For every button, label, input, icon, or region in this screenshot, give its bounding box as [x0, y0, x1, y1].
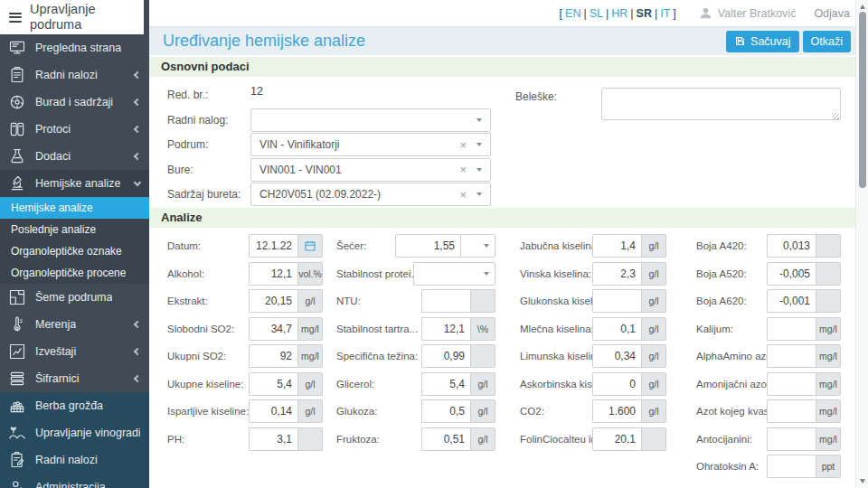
- alkohol-input[interactable]: [249, 262, 297, 286]
- calendar-icon[interactable]: [297, 234, 323, 258]
- radni-nalog-label: Radni nalog:: [167, 114, 250, 127]
- stabilnost-proteina-select[interactable]: [413, 262, 495, 286]
- scroll-up-arrow-icon[interactable]: [860, 5, 865, 9]
- beleske-textarea[interactable]: [601, 88, 841, 120]
- language-sr-active[interactable]: SR: [637, 7, 652, 20]
- sidebar-item-izvestaji[interactable]: Izveštaji: [0, 338, 149, 365]
- logout-link[interactable]: Odjava: [814, 7, 850, 20]
- clear-icon[interactable]: ×: [459, 164, 467, 175]
- jabucna-kiselina-input[interactable]: [592, 234, 641, 258]
- language-hr[interactable]: HR: [611, 7, 627, 20]
- glukoza-unit: g/l: [470, 399, 495, 423]
- sidebar-item-hemijske-analize[interactable]: Hemijske analize: [0, 170, 149, 197]
- cancel-button[interactable]: Otkaži: [803, 31, 851, 52]
- sidebar-item-burad-i-sadrzaji[interactable]: Burad i sadržaji: [0, 89, 149, 116]
- sidebar-item-administracija[interactable]: Administracija: [0, 474, 149, 488]
- isparljive-kiseline-label: Isparljive kiseline:: [167, 406, 249, 417]
- kalijum-input[interactable]: [767, 317, 816, 341]
- specificna-tezina-input[interactable]: [421, 344, 470, 368]
- alpha-amino-azot-input[interactable]: [767, 344, 816, 368]
- fruktoza-input[interactable]: [421, 427, 470, 451]
- amonijacni-azot-input[interactable]: [767, 372, 816, 396]
- slobodni-so2-input[interactable]: [249, 317, 297, 341]
- language-sl[interactable]: SL: [590, 7, 603, 20]
- language-separator: |: [606, 7, 609, 20]
- sidebar-item-dodaci[interactable]: Dodaci: [0, 143, 149, 170]
- clear-icon[interactable]: ×: [459, 139, 467, 151]
- hamburger-menu-icon[interactable]: [9, 10, 22, 24]
- ntu-input[interactable]: [421, 289, 470, 313]
- sidebar-item-merenja[interactable]: Merenja: [0, 311, 149, 338]
- vinska-kiselina-input[interactable]: [592, 262, 641, 286]
- scroll-down-arrow-icon[interactable]: [860, 479, 865, 483]
- boja-a620-input[interactable]: [767, 289, 816, 313]
- fruktoza-label: Fruktoza:: [336, 434, 421, 445]
- limunska-kiselina-input[interactable]: [592, 344, 641, 368]
- boja-a420-label: Boja A420:: [696, 240, 767, 251]
- isparljive-kiseline-input[interactable]: [249, 399, 297, 423]
- sidebar-item-protoci[interactable]: Protoci: [0, 116, 149, 143]
- podrum-select[interactable]: VIN - Vinifikatorji ×: [250, 133, 491, 156]
- ph-label: PH:: [167, 434, 249, 445]
- ph-input[interactable]: [249, 427, 297, 451]
- radni-nalog-select[interactable]: [250, 108, 491, 132]
- mlecna-kiselina-input[interactable]: [592, 317, 641, 341]
- language-bracket: ]: [673, 7, 675, 20]
- ukupni-so2-input[interactable]: [249, 344, 297, 368]
- analize-section: Datum: Alkohol: vol.% Ekstrakt: g/l Slob…: [149, 228, 868, 488]
- user-name: Valter Bratković: [718, 7, 797, 20]
- clipboard-icon: [5, 65, 29, 85]
- scrollbar-thumb[interactable]: [859, 12, 866, 188]
- azot-kvasca-input[interactable]: [767, 399, 816, 423]
- ekstrakt-input[interactable]: [249, 289, 297, 313]
- datum-input[interactable]: [249, 234, 297, 258]
- secer-input[interactable]: [395, 234, 461, 258]
- sidebar-item-radni-nalozi-2[interactable]: Radni nalozi: [0, 446, 149, 474]
- specificna-tezina-unit: [470, 344, 495, 368]
- boja-a420-input[interactable]: [767, 234, 816, 258]
- ohratoksin-a-unit: ppt: [816, 455, 841, 478]
- ohratoksin-a-input[interactable]: [767, 455, 816, 478]
- sidebar-subitem-hemijske-analize[interactable]: Hemijske analize: [0, 197, 149, 219]
- bure-select[interactable]: VIN001 - VIN001 ×: [250, 158, 491, 182]
- sidebar-item-berba-grozdja[interactable]: Berba grožđa: [0, 392, 149, 419]
- stabilnost-tartrata-input[interactable]: [421, 317, 470, 341]
- chevron-down-icon: [484, 272, 489, 276]
- sidebar-subitem-organolepticke-procene[interactable]: Organoleptičke procene: [0, 262, 149, 284]
- glukonska-kiselina-unit: g/l: [641, 289, 666, 313]
- sidebar-item-pregledna-strana[interactable]: Pregledna strana: [0, 34, 149, 61]
- glicerol-input[interactable]: [421, 372, 470, 396]
- ukupne-kiseline-input[interactable]: [249, 372, 297, 396]
- clear-icon[interactable]: ×: [459, 189, 467, 201]
- sidebar-item-radni-nalozi[interactable]: Radni nalozi: [0, 61, 149, 89]
- kalijum-unit: mg/l: [816, 317, 841, 341]
- sidebar-item-seme-podruma[interactable]: Šeme podruma: [0, 284, 149, 311]
- sadrzaj-bureta-select[interactable]: CH20V051 (02.09.2022-) ×: [250, 183, 491, 206]
- sidebar-item-sifrarnici[interactable]: Šifrarnici: [0, 365, 149, 392]
- glukoza-input[interactable]: [421, 399, 470, 423]
- sidebar-item-upravljanje-vinogradima[interactable]: Upravljanje vinogradima: [0, 419, 149, 446]
- sidebar-subitem-poslednje-analize[interactable]: Poslednje analize: [0, 219, 149, 240]
- ekstrakt-label: Ekstrakt:: [167, 296, 249, 306]
- user-menu[interactable]: Valter Bratković: [699, 6, 797, 20]
- language-separator: |: [655, 7, 657, 20]
- secer-unit-select[interactable]: [460, 234, 495, 258]
- chevron-left-icon: [134, 71, 141, 79]
- askorbinska-kiselina-input[interactable]: [592, 372, 641, 396]
- vineyard-icon: [5, 423, 29, 443]
- co2-input[interactable]: [592, 399, 641, 423]
- red-br-value: 12: [250, 85, 263, 98]
- chevron-left-icon: [134, 321, 141, 328]
- boja-a520-input[interactable]: [767, 262, 816, 286]
- main-area: [ EN | SL | HR | SR | IT ] Valter Bratko…: [149, 0, 868, 488]
- antocijanini-input[interactable]: [767, 427, 816, 451]
- folin-ciocalteu-input[interactable]: [592, 427, 641, 451]
- language-en[interactable]: EN: [565, 7, 580, 20]
- save-button[interactable]: Sačuvaj: [726, 31, 798, 52]
- sidebar-subitem-organolepticke-oznake[interactable]: Organoleptičke oznake: [0, 240, 149, 262]
- language-it[interactable]: IT: [660, 7, 670, 20]
- beleske-label: Beleške:: [515, 88, 601, 124]
- glukonska-kiselina-input[interactable]: [592, 289, 641, 313]
- amonijacni-azot-label: Amonijačni azot:: [696, 379, 767, 389]
- ekstrakt-unit: g/l: [297, 289, 323, 313]
